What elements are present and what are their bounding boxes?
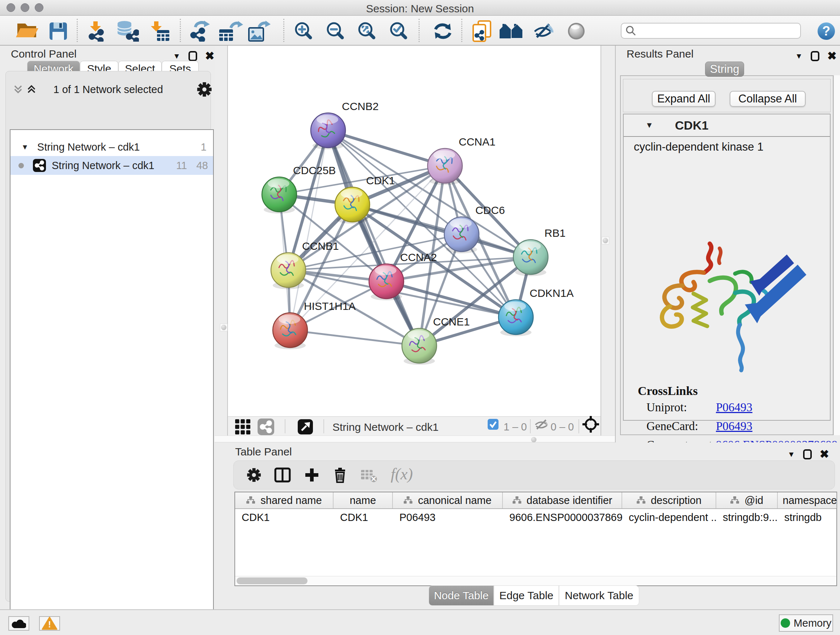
delete-column-icon[interactable] <box>333 467 347 483</box>
results-scrollbar[interactable] <box>834 75 840 435</box>
column-header-namespace[interactable]: namespace <box>778 492 837 508</box>
import-network-icon <box>86 21 107 42</box>
collection-name: String Network – cdk1 <box>37 141 140 153</box>
svg-text:!: ! <box>48 619 51 629</box>
edge[interactable] <box>290 330 419 346</box>
column-header-description[interactable]: description <box>622 492 716 508</box>
export-table-button[interactable] <box>218 20 243 42</box>
network-node-CCNA1[interactable]: CCNA1 <box>428 136 496 185</box>
node-label-HIST1H1A: HIST1H1A <box>304 300 355 312</box>
table-cell[interactable]: CDK1 <box>333 509 393 526</box>
tab-network-table[interactable]: Network Table <box>559 585 639 606</box>
column-header-name[interactable]: name <box>333 492 393 508</box>
panel-float-icon[interactable] <box>803 449 812 459</box>
network-row-selected[interactable]: String Network – cdk1 11 48 <box>11 156 213 175</box>
show-columns-icon[interactable] <box>274 467 291 483</box>
zoom-in-button[interactable] <box>294 20 314 42</box>
export-table-icon <box>218 21 243 42</box>
selected-checkbox-icon[interactable] <box>488 419 499 430</box>
zoom-selected-icon <box>388 21 409 42</box>
zoom-out-icon <box>325 21 346 42</box>
help-icon: ? <box>817 22 836 41</box>
table-cell[interactable]: stringdb:9... <box>716 509 778 526</box>
import-table-file-button[interactable] <box>149 20 170 42</box>
crosslink-value-link[interactable]: P06493 <box>716 420 752 433</box>
import-network-database-button[interactable] <box>116 20 139 42</box>
zoom-selected-button[interactable] <box>388 20 409 42</box>
svg-text:?: ? <box>822 24 830 38</box>
section-collapse-icon[interactable]: ▼ <box>645 120 653 130</box>
gear-icon[interactable] <box>197 82 212 97</box>
export-image-button[interactable] <box>248 20 271 42</box>
tab-edge-table[interactable]: Edge Table <box>494 585 559 606</box>
tree-expand-icon[interactable]: ▼ <box>21 143 28 151</box>
column-header--id[interactable]: @id <box>716 492 778 508</box>
node-label-CDC6: CDC6 <box>475 204 505 216</box>
table-header-row: shared namenamecanonical namedatabase id… <box>235 492 836 509</box>
network-node-HIST1H1A[interactable]: HIST1H1A <box>273 300 355 349</box>
hidden-count-badge: 0 – 0 <box>551 421 574 433</box>
first-neighbors-button[interactable] <box>499 20 523 42</box>
network-node-CCNE1[interactable]: CCNE1 <box>402 316 470 365</box>
search-input[interactable] <box>637 25 792 36</box>
table-horizontal-scrollbar[interactable] <box>235 576 836 585</box>
tab-string[interactable]: String <box>705 62 744 77</box>
cloud-status-button[interactable] <box>8 616 29 631</box>
network-node-CDKN1A[interactable]: CDKN1A <box>499 287 574 336</box>
panel-menu-icon[interactable]: ▼ <box>788 450 795 459</box>
help-button[interactable]: ? <box>817 20 836 42</box>
crosshair-icon[interactable] <box>583 416 599 432</box>
table-settings-gear-icon[interactable] <box>247 468 261 482</box>
open-session-button[interactable] <box>15 20 39 42</box>
hide-selection-button[interactable] <box>532 20 554 42</box>
clone-network-button[interactable] <box>470 20 493 42</box>
grid-view-icon[interactable] <box>235 416 250 438</box>
panel-close-icon[interactable]: ✖ <box>827 49 837 63</box>
memory-button[interactable]: Memory <box>779 614 833 632</box>
network-node-RB1[interactable]: RB1 <box>513 227 565 276</box>
network-node-CCNB1[interactable]: CCNB1 <box>271 240 339 289</box>
window-title: Session: New Session <box>0 3 840 15</box>
table-cell[interactable]: CDK1 <box>235 509 333 526</box>
collapse-all-button[interactable]: Collapse All <box>729 91 806 107</box>
column-header-database-identifier[interactable]: database identifier <box>503 492 622 508</box>
export-network-button[interactable] <box>189 20 210 42</box>
table-row[interactable]: CDK1CDK1P064939606.ENSP00000378699cyclin… <box>235 509 836 526</box>
panel-float-icon[interactable] <box>188 51 197 61</box>
crosslink-value-link[interactable]: P06493 <box>716 401 752 414</box>
memory-label: Memory <box>794 617 832 629</box>
import-network-file-button[interactable] <box>86 20 107 42</box>
panel-menu-icon[interactable]: ▼ <box>795 52 803 60</box>
expand-all-button[interactable]: Expand All <box>652 91 715 107</box>
column-header-shared-name[interactable]: shared name <box>235 492 333 508</box>
column-header-canonical-name[interactable]: canonical name <box>393 492 503 508</box>
add-column-icon[interactable] <box>304 467 320 483</box>
database-icon <box>116 21 139 42</box>
save-disk-icon <box>49 21 68 41</box>
warning-status-button[interactable]: ! <box>39 616 60 631</box>
refresh-view-button[interactable] <box>432 20 454 42</box>
birds-eye-view-icon[interactable] <box>298 416 313 438</box>
network-view-toolbar: String Network – cdk1 1 – 0 0 – 0 <box>228 416 600 435</box>
panel-float-icon[interactable] <box>811 51 819 61</box>
gene-section-header[interactable]: ▼ CDK1 <box>624 114 830 137</box>
crosslink-label: GeneCard: <box>646 420 716 433</box>
table-cell[interactable]: P06493 <box>393 509 503 526</box>
panel-close-icon[interactable]: ✖ <box>205 49 215 63</box>
zoom-out-button[interactable] <box>325 20 346 42</box>
table-cell[interactable]: 9606.ENSP00000378699 <box>503 509 622 526</box>
panel-menu-icon[interactable]: ▼ <box>173 52 180 60</box>
results-panel-title: Results Panel <box>627 48 693 60</box>
network-node-CDC25B[interactable]: CDC25B <box>262 165 336 214</box>
network-graph[interactable]: CCNB2CCNA1CDC25BCDK1CDC6RB1CCNB1CCNA2CDK… <box>228 46 600 416</box>
network-view[interactable]: CCNB2CCNA1CDC25BCDK1CDC6RB1CCNB1CCNA2CDK… <box>227 46 601 435</box>
show-graphics-details-button[interactable] <box>566 20 587 42</box>
network-collection-row[interactable]: ▼ String Network – cdk1 1 <box>11 138 213 156</box>
table-cell[interactable]: stringdb <box>778 509 837 526</box>
panel-close-icon[interactable]: ✖ <box>820 448 829 461</box>
zoom-fit-button[interactable] <box>357 20 378 42</box>
table-cell[interactable]: cyclin-dependent ... <box>622 509 716 526</box>
string-view-icon[interactable] <box>257 416 274 438</box>
save-session-button[interactable] <box>49 20 68 42</box>
tab-node-table[interactable]: Node Table <box>429 585 494 606</box>
